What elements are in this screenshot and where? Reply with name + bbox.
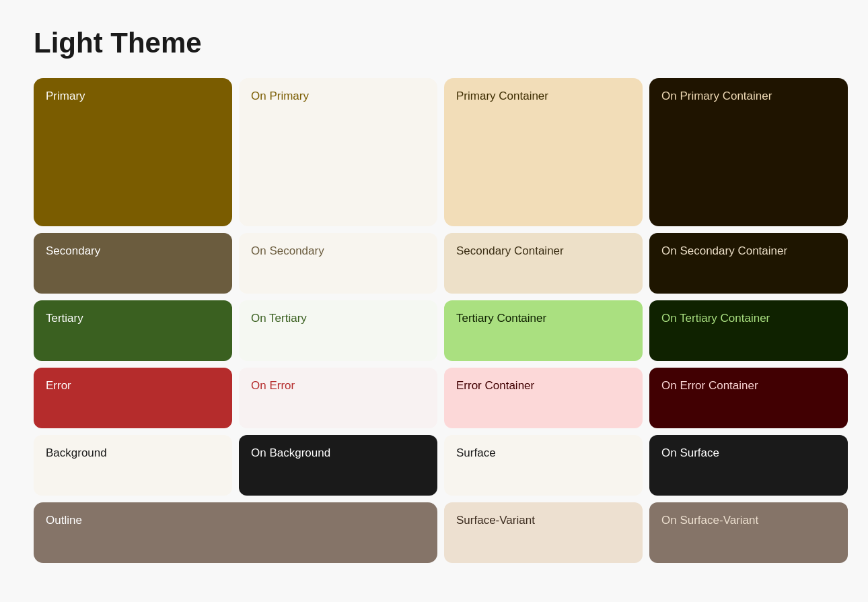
secondary-row: Secondary On Secondary Secondary Contain…	[34, 233, 834, 294]
color-cell-surface: Surface	[444, 435, 643, 496]
color-cell-surface-variant: Surface-Variant	[444, 502, 643, 563]
color-cell-on-secondary-container: On Secondary Container	[649, 233, 848, 294]
error-row: Error On Error Error Container On Error …	[34, 368, 834, 428]
color-cell-error: Error	[34, 368, 232, 428]
background-row: Background On Background Surface On Surf…	[34, 435, 834, 496]
color-grid: Primary On Primary Primary Container On …	[34, 78, 834, 563]
color-cell-background: Background	[34, 435, 232, 496]
color-cell-on-tertiary: On Tertiary	[239, 300, 437, 361]
color-cell-error-container: Error Container	[444, 368, 643, 428]
color-cell-on-error: On Error	[239, 368, 437, 428]
color-cell-secondary: Secondary	[34, 233, 232, 294]
color-cell-primary: Primary	[34, 78, 232, 226]
color-cell-tertiary: Tertiary	[34, 300, 232, 361]
color-cell-on-background: On Background	[239, 435, 437, 496]
color-cell-tertiary-container: Tertiary Container	[444, 300, 643, 361]
color-cell-on-secondary: On Secondary	[239, 233, 437, 294]
outline-row: Outline Surface-Variant On Surface-Varia…	[34, 502, 834, 563]
color-cell-on-primary-container: On Primary Container	[649, 78, 848, 226]
color-cell-on-primary: On Primary	[239, 78, 437, 226]
color-cell-on-tertiary-container: On Tertiary Container	[649, 300, 848, 361]
color-cell-on-surface-variant: On Surface-Variant	[649, 502, 848, 563]
color-cell-secondary-container: Secondary Container	[444, 233, 643, 294]
page-title: Light Theme	[34, 27, 834, 59]
primary-row: Primary On Primary Primary Container On …	[34, 78, 834, 226]
color-cell-outline: Outline	[34, 502, 437, 563]
color-cell-on-surface: On Surface	[649, 435, 848, 496]
color-cell-primary-container: Primary Container	[444, 78, 643, 226]
color-cell-on-error-container: On Error Container	[649, 368, 848, 428]
tertiary-row: Tertiary On Tertiary Tertiary Container …	[34, 300, 834, 361]
